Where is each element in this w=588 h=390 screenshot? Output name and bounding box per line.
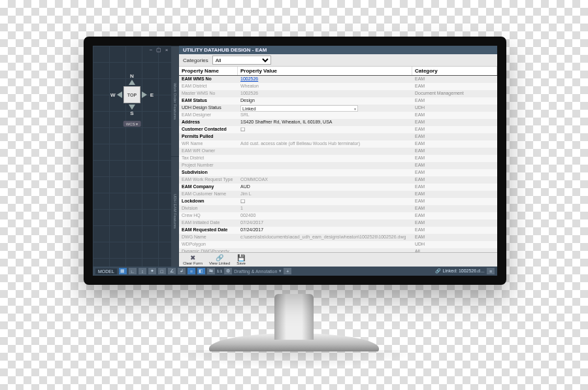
property-row[interactable]: EAM Requested Date07/24/2017EAM [179,227,497,234]
property-value-cell[interactable]: 002400 [238,212,412,219]
polar-toggle-icon[interactable]: ✦ [148,268,156,274]
property-row[interactable]: EAM StatusDesignEAM [179,97,497,105]
property-value-cell[interactable]: COMMCOAX [238,176,412,184]
lineweight-icon[interactable]: ≡ [188,268,195,274]
col-property-name[interactable]: Property Name [179,67,238,75]
property-value-cell[interactable]: Add cust. access cable (off Belleau Wood… [238,140,412,148]
property-value-cell[interactable] [238,148,412,155]
minimize-icon[interactable]: − [148,47,154,53]
property-value-cell[interactable]: Wheaton [238,83,412,90]
save-button[interactable]: 💾 Save [237,254,246,265]
property-row[interactable]: EAM Work Request TypeCOMMCOAXEAM [179,176,497,184]
property-name-cell: EAM District [179,83,238,90]
view-cube[interactable]: TOP N S E W [109,72,155,118]
wcs-dropdown[interactable]: WCS ▾ [123,121,141,127]
compass-w[interactable]: W [110,92,116,98]
gear-icon[interactable]: ⚙ [224,268,232,274]
grid-toggle-icon[interactable]: ▦ [119,268,127,274]
dyn-toggle-icon[interactable]: ↲ [178,268,186,274]
category-cell: EAM [412,205,497,212]
property-row[interactable]: Project NumberEAM [179,162,497,169]
col-category[interactable]: Category [412,67,497,75]
property-row[interactable]: UDH Design StatusLinkedUDH [179,105,497,112]
property-value-cell[interactable]: Linked [238,105,412,112]
property-row[interactable]: EAM Initiated Date07/24/2017EAM [179,219,497,227]
property-value-cell[interactable]: Jim L [238,191,412,198]
cycling-icon[interactable]: ⇆ [207,268,215,274]
model-space-button[interactable]: MODEL [95,268,117,274]
tab-work-order-features[interactable]: Work Order Features [171,46,179,156]
property-row[interactable]: EAM CompanyAUDEAM [179,184,497,191]
tab-udh-eam-features[interactable]: UDH EAM Features [171,156,179,267]
categories-dropdown[interactable]: All [212,56,271,65]
scale-label[interactable]: 1:1 [217,269,222,273]
property-row[interactable]: LockdownEAM [179,198,497,205]
status-menu-icon[interactable]: ≡ [487,268,495,274]
property-name-cell: EAM Customer Name [179,191,238,198]
property-row[interactable]: DWG Namec:\users\sbs\documents\acad_udh_… [179,234,497,241]
property-value-cell[interactable]: 1S420 Shaffner Rd, Wheaton, IL 60189, US… [238,119,412,126]
property-row[interactable]: Master WMS No1002526Document Management [179,90,497,97]
workspace-dropdown[interactable]: Drafting & Annotation [234,269,277,274]
property-row[interactable]: Customer ContactedEAM [179,126,497,133]
property-row[interactable]: SubdivisionEAM [179,169,497,176]
property-row[interactable]: WDPolygonUDH [179,241,497,248]
property-name-cell: EAM WMS No [179,76,238,83]
property-row[interactable]: WR NameAdd cust. access cable (off Belle… [179,140,497,148]
property-panel: UTILITY DATAHUB DESIGN - EAM Categories … [179,46,497,267]
property-value-cell[interactable]: Design [238,97,412,105]
property-value-cell[interactable]: 1 [238,205,412,212]
category-cell: EAM [412,133,497,140]
property-name-cell: DWG Name [179,234,238,241]
value-dropdown[interactable]: Linked [240,105,358,112]
property-value-cell[interactable] [238,241,412,248]
osnap-toggle-icon[interactable]: □ [158,268,166,274]
property-row[interactable]: Crew HQ002400EAM [179,212,497,219]
cad-viewport[interactable]: − ▢ × TOP N S E W WCS ▾ [93,46,171,267]
property-value-cell[interactable] [238,198,412,205]
property-row[interactable]: Permits PulledEAM [179,133,497,140]
category-cell: UDH [412,105,497,112]
property-row[interactable]: EAM DistrictWheatonEAM [179,83,497,90]
property-value-cell[interactable]: 07/24/2017 [238,227,412,234]
property-row[interactable]: EAM Customer NameJim LEAM [179,191,497,198]
value-link[interactable]: 1002526 [240,76,258,81]
clear-form-button[interactable]: ✖ Clear Form [183,254,203,265]
col-property-value[interactable]: Property Value [238,67,412,75]
property-row[interactable]: Division1EAM [179,205,497,212]
property-value-cell[interactable]: 1002526 [238,90,412,97]
property-value-cell[interactable] [238,155,412,162]
linked-status: 🔗 Linked: 1002526.d… [435,268,485,274]
plus-icon[interactable]: + [284,268,291,274]
property-name-cell: EAM Designer [179,112,238,119]
compass-s[interactable]: S [130,110,133,116]
transparency-icon[interactable]: ◧ [197,268,205,274]
category-cell: EAM [412,191,497,198]
property-value-cell[interactable] [238,133,412,140]
track-toggle-icon[interactable]: ∠ [168,268,176,274]
compass-n[interactable]: N [130,73,134,79]
ortho-toggle-icon[interactable]: ↕ [139,268,146,274]
property-row[interactable]: EAM WMS No1002526EAM [179,76,497,83]
property-value-cell[interactable] [238,126,412,133]
property-row[interactable]: Address1S420 Shaffner Rd, Wheaton, IL 60… [179,119,497,126]
property-row[interactable]: EAM DesignerSRLEAM [179,112,497,119]
compass-e[interactable]: E [150,92,154,98]
property-value-cell[interactable]: AUD [238,184,412,191]
property-row[interactable]: EAM WR OwnerEAM [179,148,497,155]
property-value-cell[interactable]: SRL [238,112,412,119]
property-row[interactable]: Tax DistrictEAM [179,155,497,162]
property-value-cell[interactable] [238,169,412,176]
property-value-cell[interactable]: c:\users\sbs\documents\acad_udh_eam_desi… [238,234,412,241]
property-value-cell[interactable]: 1002526 [238,76,412,83]
property-name-cell: UDH Design Status [179,105,238,112]
property-value-cell[interactable]: 07/24/2017 [238,219,412,227]
property-name-cell: EAM Company [179,184,238,191]
view-cube-face[interactable]: TOP [124,87,140,103]
close-icon[interactable]: × [163,47,170,53]
category-cell: EAM [412,176,497,184]
property-value-cell[interactable] [238,162,412,169]
view-linked-button[interactable]: 🔗 View Linked [209,254,230,265]
restore-icon[interactable]: ▢ [155,47,162,53]
snap-toggle-icon[interactable]: ∟ [129,268,137,274]
